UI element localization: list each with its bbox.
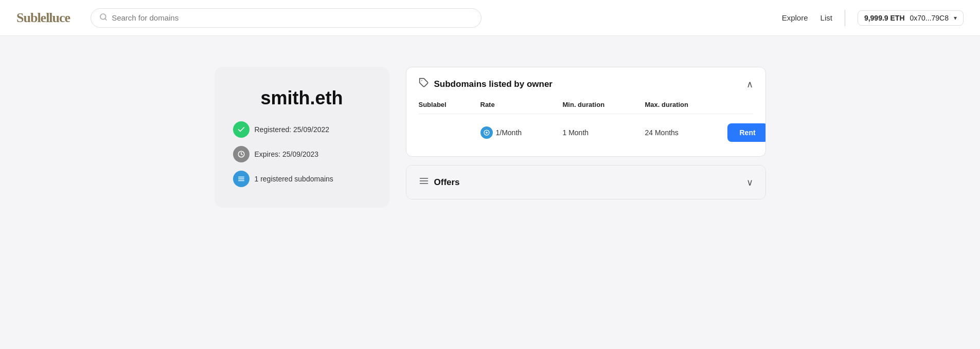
svg-line-1	[105, 19, 106, 20]
main-content: smith.eth Registered: 25/09/2022 Expires…	[130, 36, 850, 238]
cell-min-duration: 1 Month	[563, 128, 645, 137]
right-panels: Subdomains listed by owner ∧ Sublabel Ra…	[406, 67, 766, 208]
subdomains-row: 1 registered subdomains	[233, 171, 371, 187]
subdomains-panel: Subdomains listed by owner ∧ Sublabel Ra…	[406, 67, 766, 157]
offers-panel-header-left: Offers	[419, 176, 460, 189]
expires-icon	[233, 146, 250, 162]
subdomains-panel-header-left: Subdomains listed by owner	[419, 78, 553, 90]
table-row: 1/Month 1 Month 24 Months Rent	[419, 119, 753, 146]
logo-text: Sublelluce	[16, 10, 70, 25]
tag-icon	[419, 78, 429, 90]
offers-panel-header[interactable]: Offers ∨	[406, 166, 765, 199]
explore-nav-link[interactable]: Explore	[782, 13, 808, 22]
list-nav-link[interactable]: List	[821, 13, 832, 22]
wallet-chevron-down-icon: ▾	[954, 14, 957, 22]
col-header-rate: Rate	[480, 101, 563, 108]
wallet-balance: 9,999.9 ETH	[864, 14, 905, 22]
table-header-row: Sublabel Rate Min. duration Max. duratio…	[419, 101, 753, 114]
search-input[interactable]	[112, 13, 473, 22]
registered-icon	[233, 121, 250, 138]
registered-text: Registered: 25/09/2022	[255, 125, 330, 134]
search-icon	[99, 13, 108, 23]
domain-name: smith.eth	[260, 87, 343, 109]
subdomains-chevron-up-icon: ∧	[746, 79, 753, 90]
col-header-action	[727, 101, 753, 108]
cell-rate: 1/Month	[480, 126, 563, 139]
subdomains-panel-title: Subdomains listed by owner	[434, 79, 553, 89]
rent-button[interactable]: Rent	[727, 123, 766, 142]
subdomains-icon	[233, 171, 250, 187]
rate-value: 1/Month	[496, 128, 522, 137]
domain-card: smith.eth Registered: 25/09/2022 Expires…	[215, 67, 389, 208]
search-bar	[91, 8, 482, 28]
offers-chevron-down-icon: ∨	[746, 177, 753, 188]
nav-divider	[845, 10, 845, 26]
expires-text: Expires: 25/09/2023	[255, 150, 319, 158]
registered-row: Registered: 25/09/2022	[233, 121, 371, 138]
col-header-min-duration: Min. duration	[563, 101, 645, 108]
subdomains-text: 1 registered subdomains	[255, 175, 333, 183]
cell-max-duration: 24 Months	[645, 128, 727, 137]
expires-row: Expires: 25/09/2023	[233, 146, 371, 162]
offers-panel-title: Offers	[434, 177, 460, 188]
wallet-address: 0x70...79C8	[910, 14, 949, 22]
rate-icon	[480, 126, 493, 139]
offers-panel: Offers ∨	[406, 165, 766, 199]
logo: Sublelluce	[16, 10, 70, 26]
subdomains-table: Sublabel Rate Min. duration Max. duratio…	[406, 101, 765, 156]
header-nav: Explore List 9,999.9 ETH 0x70...79C8 ▾	[782, 10, 964, 26]
wallet-info[interactable]: 9,999.9 ETH 0x70...79C8 ▾	[858, 10, 964, 26]
subdomains-panel-header[interactable]: Subdomains listed by owner ∧	[406, 67, 765, 101]
col-header-sublabel: Sublabel	[419, 101, 480, 108]
col-header-max-duration: Max. duration	[645, 101, 727, 108]
header: Sublelluce Explore List 9,999.9 ETH 0x70…	[0, 0, 980, 36]
offers-list-icon	[419, 176, 429, 189]
cell-action: Rent	[727, 123, 766, 142]
